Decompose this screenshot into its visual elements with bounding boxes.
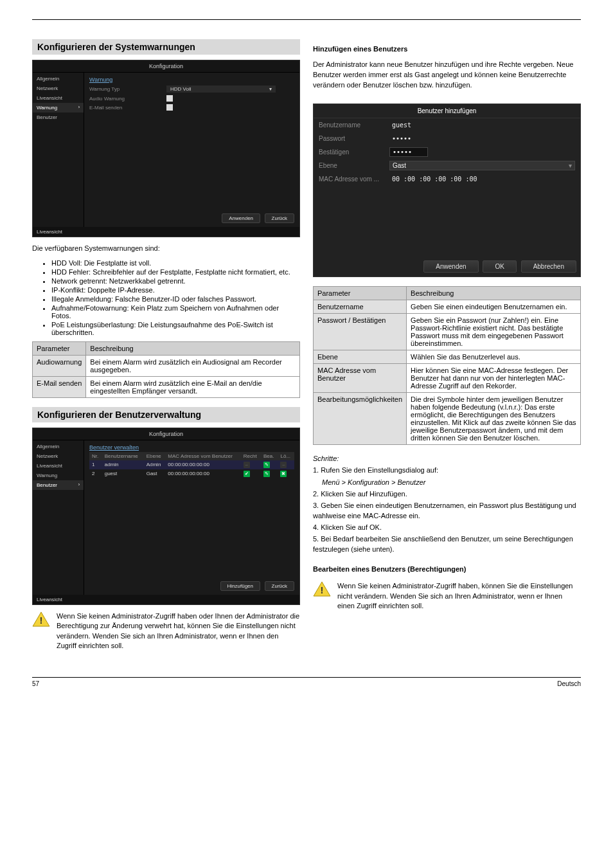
admin-note-2: ! Wenn Sie keinen Administrator-Zugriff … <box>313 581 581 611</box>
value-mac[interactable]: 00 :00 :00 :00 :00 :00 <box>389 174 575 184</box>
label-level: Ebene <box>319 162 389 169</box>
warning-icon: ! <box>313 581 331 597</box>
delete-icon: – <box>280 462 287 468</box>
value-password[interactable]: ••••• <box>389 134 575 143</box>
section-heading-user: Konfigurieren der Benutzerverwaltung <box>32 407 300 422</box>
screenshot-users: Konfiguration Allgemein Netzwerk Liveans… <box>32 428 300 605</box>
screenshot-add-user-dialog: Benutzer hinzufügen Benutzername guest P… <box>313 104 581 277</box>
permission-icon[interactable]: ✔ <box>244 471 250 477</box>
sidebar: Allgemein Netzwerk Liveansicht Warnung› … <box>33 73 84 227</box>
page-number: 57 <box>32 680 39 687</box>
window-title: Konfiguration <box>33 428 299 440</box>
apply-button[interactable]: Anwenden <box>222 213 260 223</box>
table-row[interactable]: 1 admin Admin 00:00:00:00:00:00 – ✎ – <box>89 460 294 469</box>
sidebar-item-exception[interactable]: Warnung› <box>33 103 84 113</box>
cancel-button[interactable]: Abbrechen <box>521 260 576 273</box>
back-button[interactable]: Zurück <box>265 581 294 591</box>
apply-button[interactable]: Anwenden <box>423 260 478 273</box>
sidebar-item-exception[interactable]: Warnung <box>33 471 84 480</box>
page-footer: 57 Deutsch <box>32 677 581 687</box>
dialog-title: Benutzer hinzufügen <box>314 104 580 118</box>
edit-icon[interactable]: ✎ <box>263 462 270 468</box>
ok-button[interactable]: OK <box>483 260 516 273</box>
label-username: Benutzername <box>319 122 389 129</box>
window-title: Konfiguration <box>33 60 299 73</box>
chevron-right-icon: › <box>78 105 80 109</box>
footer-language: Deutsch <box>557 680 581 687</box>
admin-note: ! Wenn Sie keinen Administrator-Zugriff … <box>32 611 300 651</box>
svg-text:!: ! <box>321 586 324 596</box>
sidebar-item-user[interactable]: Benutzer› <box>33 480 84 490</box>
sidebar-item-general[interactable]: Allgemein <box>33 74 84 84</box>
sidebar-item-live[interactable]: Liveansicht <box>33 461 84 471</box>
chevron-right-icon: › <box>78 482 80 487</box>
label-mac: MAC Adresse vom ... <box>319 176 389 183</box>
label-send-email: E-Mail senden <box>89 105 141 111</box>
sidebar-item-user[interactable]: Benutzer <box>33 113 84 122</box>
edit-icon[interactable]: ✎ <box>263 471 270 477</box>
tab-manage-users[interactable]: Benutzer verwalten <box>89 443 294 452</box>
add-user-params-table: Parameter Beschreibung BenutzernameGeben… <box>313 286 581 445</box>
input-confirm[interactable]: ••••• <box>389 147 428 157</box>
sidebar-item-general[interactable]: Allgemein <box>33 442 84 451</box>
label-confirm: Bestätigen <box>319 149 389 156</box>
exception-params-table: Parameter Beschreibung Audiowarnung Bei … <box>32 341 300 398</box>
add-user-heading: Hinzufügen eines Benutzers <box>313 44 581 55</box>
exceptions-list: HDD Voll: Die Festplatte ist voll. HDD F… <box>51 259 300 336</box>
add-button[interactable]: Hinzufügen <box>220 581 260 591</box>
steps-block: Schritte: 1. Rufen Sie den Einstellungsd… <box>313 454 581 555</box>
value-username[interactable]: guest <box>389 120 575 130</box>
select-level[interactable]: Gast <box>389 161 575 170</box>
permission-icon: – <box>244 462 250 468</box>
back-button[interactable]: Zurück <box>265 213 294 223</box>
sidebar-item-network[interactable]: Netzwerk <box>33 84 84 93</box>
user-table: Nr. Benutzername Ebene MAC Adresse vom B… <box>89 452 294 478</box>
warning-icon: ! <box>32 611 50 627</box>
liveview-button[interactable]: Liveansicht <box>33 227 299 237</box>
tab-exception[interactable]: Warnung <box>89 75 294 84</box>
table-row[interactable]: 2 guest Gast 00:00:00:00:00:00 ✔ ✎ ✖ <box>89 469 294 478</box>
section-heading-exceptions: Konfigurieren der Systemwarnungen <box>32 39 300 55</box>
screenshot-exceptions: Konfiguration Allgemein Netzwerk Liveans… <box>32 60 300 237</box>
sidebar: Allgemein Netzwerk Liveansicht Warnung B… <box>33 440 84 595</box>
delete-icon[interactable]: ✖ <box>280 471 287 477</box>
sidebar-item-live[interactable]: Liveansicht <box>33 93 84 103</box>
sidebar-item-network[interactable]: Netzwerk <box>33 451 84 461</box>
label-audio-warning: Audio Warnung <box>89 96 141 102</box>
label-exception-type: Warnung Typ <box>89 86 141 92</box>
checkbox-send-email[interactable] <box>166 104 173 111</box>
label-password: Passwort <box>319 135 389 142</box>
checkbox-audio-warning[interactable] <box>166 95 173 102</box>
liveview-button[interactable]: Liveansicht <box>33 595 299 604</box>
svg-text:!: ! <box>40 615 43 626</box>
add-user-note: Der Administrator kann neue Benutzer hin… <box>313 60 581 91</box>
select-exception-type[interactable]: HDD Voll <box>166 86 276 93</box>
exceptions-intro: Die verfügbaren Systemwarnungen sind: <box>32 244 300 254</box>
edit-user-heading: Bearbeiten eines Benutzers (Berechtigung… <box>313 565 581 575</box>
